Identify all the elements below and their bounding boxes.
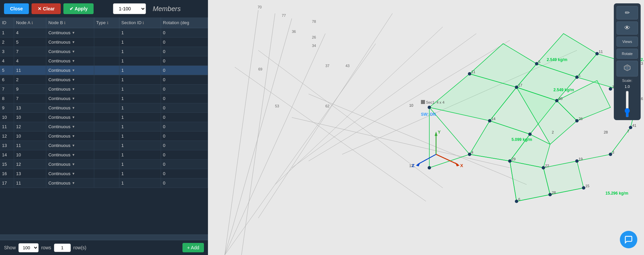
svg-text:69: 69 <box>258 67 262 71</box>
table-cell: 5 <box>14 38 46 47</box>
col-rotation: Rotation (deg <box>161 17 208 28</box>
svg-point-62 <box>508 159 512 163</box>
rows-per-page-select[interactable]: 10 25 50 100 <box>18 243 39 252</box>
svg-text:28: 28 <box>604 130 608 134</box>
svg-point-49 <box>428 106 431 109</box>
table-row[interactable]: 1410Continuous▼10 <box>0 150 208 160</box>
table-row[interactable]: 1210Continuous▼10 <box>0 132 208 141</box>
table-cell: 11 <box>14 141 46 150</box>
table-cell: 9 <box>0 103 14 113</box>
cell-type: Continuous▼ <box>46 132 94 141</box>
svg-text:17: 17 <box>518 83 522 87</box>
svg-text:7: 7 <box>627 129 629 133</box>
horizontal-scrollbar[interactable] <box>0 235 208 240</box>
svg-point-57 <box>555 99 558 102</box>
table-cell: 0 <box>161 94 208 103</box>
table-row[interactable]: 1613Continuous▼10 <box>0 169 208 178</box>
table-cell <box>94 122 119 132</box>
cell-type: Continuous▼ <box>46 56 94 66</box>
table-container: ID Node A ℹ Node B ℹ Type ℹ Section ID ℹ… <box>0 17 208 235</box>
info-icon-a[interactable]: ℹ <box>32 21 33 25</box>
svg-text:34: 34 <box>312 44 316 48</box>
svg-point-69 <box>609 153 612 156</box>
table-cell: 1 <box>119 28 161 38</box>
scale-value: 1.0 <box>616 85 638 89</box>
table-cell: 1 <box>119 75 161 85</box>
svg-text:40: 40 <box>558 97 562 101</box>
table-row[interactable]: 79Continuous▼10 <box>0 85 208 94</box>
cell-type: Continuous▼ <box>46 160 94 169</box>
chat-button[interactable] <box>620 231 637 248</box>
table-row[interactable]: 44Continuous▼10 <box>0 56 208 66</box>
svg-text:2.549 kg/m: 2.549 kg/m <box>553 88 574 92</box>
rotate-button[interactable]: Rotate <box>616 49 638 59</box>
page-input[interactable] <box>54 244 71 252</box>
table-cell: 0 <box>161 85 208 94</box>
table-cell: 1 <box>119 141 161 150</box>
table-cell: 12 <box>14 160 46 169</box>
scale-slider[interactable] <box>623 91 631 117</box>
cell-type: Continuous▼ <box>46 141 94 150</box>
table-cell: 12 <box>14 122 46 132</box>
table-row[interactable]: 1010Continuous▼10 <box>0 113 208 122</box>
table-row[interactable]: 87Continuous▼10 <box>0 94 208 103</box>
svg-point-64 <box>575 159 579 163</box>
cube-button[interactable] <box>616 61 638 76</box>
table-cell <box>94 94 119 103</box>
info-icon-b[interactable]: ℹ <box>64 21 65 25</box>
svg-text:SW: ON: SW: ON <box>421 112 436 117</box>
svg-point-66 <box>548 193 552 196</box>
svg-text:36: 36 <box>292 30 296 34</box>
table-cell: 1 <box>119 178 161 188</box>
svg-text:41: 41 <box>632 123 636 128</box>
info-icon-type[interactable]: ℹ <box>107 21 108 25</box>
svg-rect-0 <box>208 0 644 255</box>
table-row[interactable]: 37Continuous▼10 <box>0 47 208 56</box>
table-cell: 1 <box>119 160 161 169</box>
table-cell: 0 <box>161 28 208 38</box>
table-row[interactable]: 25Continuous▼10 <box>0 38 208 47</box>
info-icon-sec[interactable]: ℹ <box>143 21 144 25</box>
table-row[interactable]: 1311Continuous▼10 <box>0 141 208 150</box>
range-select[interactable]: 1-100 101-200 201-300 <box>113 3 146 14</box>
svg-point-68 <box>428 166 431 169</box>
col-section-id: Section ID ℹ <box>119 17 161 28</box>
table-cell <box>94 38 119 47</box>
svg-point-52 <box>488 119 491 122</box>
table-cell: 13 <box>14 169 46 178</box>
table-cell: 0 <box>161 47 208 56</box>
edit-button[interactable]: ✏ <box>616 6 638 19</box>
table-cell: 1 <box>119 103 161 113</box>
table-cell <box>94 132 119 141</box>
clear-button[interactable]: ✕ Clear <box>32 3 61 14</box>
table-cell <box>94 28 119 38</box>
table-cell: 17 <box>0 178 14 188</box>
table-row[interactable]: 1112Continuous▼10 <box>0 122 208 132</box>
svg-point-59 <box>528 133 532 136</box>
table-row[interactable]: 62Continuous▼10 <box>0 75 208 85</box>
view-toggle-button[interactable]: 👁 <box>616 21 638 35</box>
table-cell: 1 <box>119 122 161 132</box>
members-table: ID Node A ℹ Node B ℹ Type ℹ Section ID ℹ… <box>0 17 208 188</box>
add-button[interactable]: + Add <box>182 243 204 252</box>
svg-text:19: 19 <box>579 157 583 161</box>
table-row[interactable]: 1512Continuous▼10 <box>0 160 208 169</box>
svg-text:11: 11 <box>599 50 603 54</box>
cell-type: Continuous▼ <box>46 122 94 132</box>
apply-button[interactable]: ✔ Apply <box>63 3 94 14</box>
table-cell: 14 <box>0 150 14 160</box>
table-row[interactable]: 511Continuous▼10 <box>0 66 208 75</box>
svg-point-55 <box>595 52 599 55</box>
table-body: 14Continuous▼1025Continuous▼1037Continuo… <box>0 28 208 188</box>
col-id: ID <box>0 17 14 28</box>
cell-type: Continuous▼ <box>46 66 94 75</box>
table-cell: 16 <box>0 169 14 178</box>
svg-text:28: 28 <box>552 191 556 195</box>
views-button[interactable]: Views <box>616 37 638 47</box>
close-button[interactable]: Close <box>4 3 29 14</box>
table-row[interactable]: 913Continuous▼10 <box>0 103 208 113</box>
rowsof-label: row(s) <box>73 245 87 250</box>
table-cell: 0 <box>161 66 208 75</box>
table-row[interactable]: 1711Continuous▼10 <box>0 178 208 188</box>
table-row[interactable]: 14Continuous▼10 <box>0 28 208 38</box>
